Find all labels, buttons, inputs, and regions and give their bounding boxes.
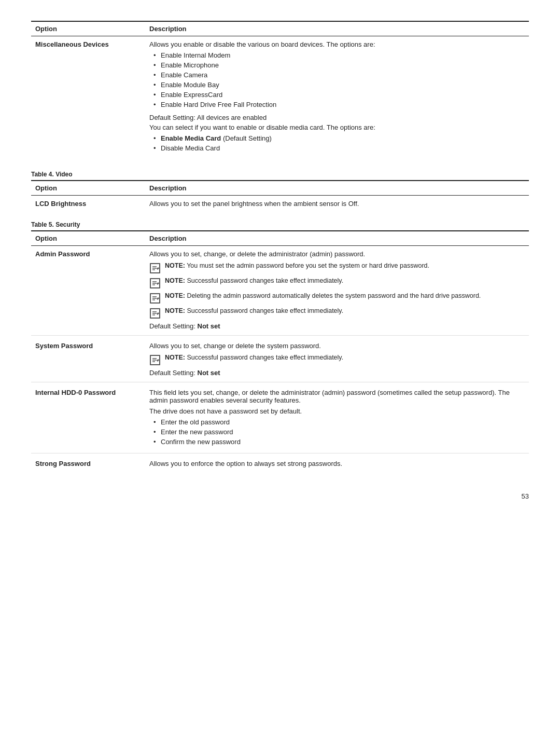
hdd-pw-bullets: Enter the old password Enter the new pas… bbox=[149, 417, 525, 447]
list-item: Enable Hard Drive Free Fall Protection bbox=[153, 100, 525, 109]
hdd-pw-intro: This field lets you set, change, or dele… bbox=[149, 389, 525, 404]
desc-strong-pw: Allows you to enforce the option to alwa… bbox=[145, 453, 529, 472]
note-content-5: Successful password changes take effect … bbox=[187, 354, 343, 361]
page-number: 53 bbox=[31, 492, 529, 500]
note-content-3: Deleting the admin password automaticall… bbox=[187, 292, 481, 299]
desc-intro: Allows you enable or disable the various… bbox=[149, 40, 375, 48]
col-header-desc-sec: Description bbox=[145, 231, 529, 246]
list-item: Enable Microphone bbox=[153, 60, 525, 70]
col-header-option: Option bbox=[31, 21, 145, 36]
note-label-4: NOTE: bbox=[165, 307, 185, 314]
desc-system-pw: Allows you to set, change or delete the … bbox=[145, 336, 529, 382]
default-all-enabled: Default Setting: All devices are enabled bbox=[149, 114, 525, 121]
misc-devices-table: Option Description Miscellaneous Devices… bbox=[31, 21, 529, 159]
option-lcd: LCD Brightness bbox=[31, 196, 145, 212]
list-item: Enable ExpressCard bbox=[153, 90, 525, 100]
desc-hdd-pw: This field lets you set, change, or dele… bbox=[145, 382, 529, 453]
admin-pw-intro: Allows you to set, change, or delete the… bbox=[149, 250, 525, 258]
option-hdd-pw: Internal HDD-0 Password bbox=[31, 382, 145, 453]
list-item: Confirm the new password bbox=[153, 437, 525, 447]
desc-admin-pw: Allows you to set, change, or delete the… bbox=[145, 246, 529, 336]
note-label-3: NOTE: bbox=[165, 292, 185, 299]
note-content-4: Successful password changes take effect … bbox=[187, 307, 343, 314]
table-row: LCD Brightness Allows you to set the pan… bbox=[31, 196, 529, 212]
enable-media-card-label: Enable Media Card bbox=[161, 134, 221, 142]
option-admin-pw: Admin Password bbox=[31, 246, 145, 336]
media-card-bullets: Enable Media Card (Default Setting) Disa… bbox=[149, 133, 525, 153]
note-text-1: NOTE: You must set the admin password be… bbox=[165, 262, 429, 269]
table5-title: Table 5. Security bbox=[31, 221, 529, 228]
security-table: Option Description Admin Password Allows… bbox=[31, 230, 529, 472]
admin-default: Default Setting: Not set bbox=[149, 322, 525, 330]
table-row-hdd-pw: Internal HDD-0 Password This field lets … bbox=[31, 382, 529, 453]
hdd-pw-extra: The drive does not have a password set b… bbox=[149, 407, 525, 415]
note-text-2: NOTE: Successful password changes take e… bbox=[165, 277, 343, 284]
enable-media-card-suffix: (Default Setting) bbox=[221, 134, 272, 142]
note-content-1: You must set the admin password before y… bbox=[187, 262, 429, 269]
option-system-pw: System Password bbox=[31, 336, 145, 382]
col-header-option-sec: Option bbox=[31, 231, 145, 246]
system-default-value: Not set bbox=[198, 369, 220, 377]
list-item: Disable Media Card bbox=[153, 143, 525, 153]
list-item: Enter the new password bbox=[153, 427, 525, 437]
admin-default-label: Default Setting: bbox=[149, 322, 198, 330]
note-content-2: Successful password changes take effect … bbox=[187, 277, 343, 284]
option-misc-devices: Miscellaneous Devices bbox=[31, 36, 145, 160]
table4-title: Table 4. Video bbox=[31, 171, 529, 178]
desc-lcd: Allows you to set the panel brightness w… bbox=[145, 196, 529, 212]
misc-bullets: Enable Internal Modem Enable Microphone … bbox=[149, 50, 525, 109]
note-label-5: NOTE: bbox=[165, 354, 185, 361]
note-icon-5 bbox=[149, 354, 161, 366]
col-header-description: Description bbox=[145, 21, 529, 36]
list-item: Enable Module Bay bbox=[153, 80, 525, 90]
col-header-desc-video: Description bbox=[145, 181, 529, 196]
table-row-system-pw: System Password Allows you to set, chang… bbox=[31, 336, 529, 382]
note-label-1: NOTE: bbox=[165, 262, 185, 269]
option-strong-pw: Strong Password bbox=[31, 453, 145, 472]
system-pw-intro: Allows you to set, change or delete the … bbox=[149, 342, 525, 350]
table-row-strong-pw: Strong Password Allows you to enforce th… bbox=[31, 453, 529, 472]
video-table: Option Description LCD Brightness Allows… bbox=[31, 180, 529, 212]
table-row: Miscellaneous Devices Allows you enable … bbox=[31, 36, 529, 160]
list-item: Enter the old password bbox=[153, 417, 525, 427]
note-icon-1 bbox=[149, 263, 161, 274]
system-default: Default Setting: Not set bbox=[149, 369, 525, 377]
note-label-2: NOTE: bbox=[165, 277, 185, 284]
system-default-label: Default Setting: bbox=[149, 369, 198, 377]
col-header-option-video: Option bbox=[31, 181, 145, 196]
list-item: Enable Media Card (Default Setting) bbox=[153, 133, 525, 143]
note-text-4: NOTE: Successful password changes take e… bbox=[165, 307, 343, 314]
table-row-admin-pw: Admin Password Allows you to set, change… bbox=[31, 246, 529, 336]
note-icon-2 bbox=[149, 278, 161, 289]
admin-default-value: Not set bbox=[198, 322, 220, 330]
list-item: Enable Camera bbox=[153, 70, 525, 80]
note-text-3: NOTE: Deleting the admin password automa… bbox=[165, 292, 481, 299]
select-media-card-desc: You can select if you want to enable or … bbox=[149, 123, 525, 131]
desc-misc-devices: Allows you enable or disable the various… bbox=[145, 36, 529, 160]
note-text-5: NOTE: Successful password changes take e… bbox=[165, 354, 343, 361]
note-icon-3 bbox=[149, 293, 161, 304]
list-item: Enable Internal Modem bbox=[153, 50, 525, 60]
note-icon-4 bbox=[149, 308, 161, 319]
